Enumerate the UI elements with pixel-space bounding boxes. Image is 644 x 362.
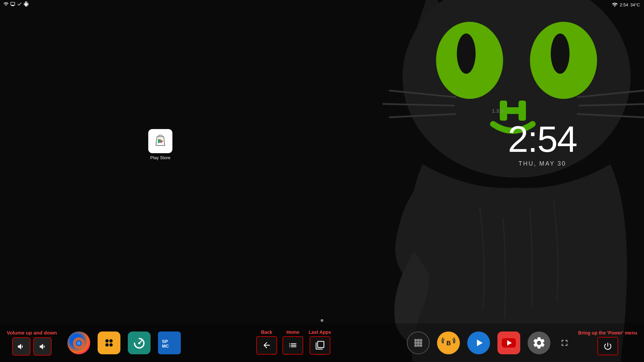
svg-point-34 [420,339,422,342]
svg-point-36 [417,342,420,344]
play-button-dock-icon[interactable] [464,328,494,358]
expand-button[interactable] [554,334,575,352]
home-icon [288,341,298,350]
svg-text:B: B [446,340,451,347]
status-temperature: 34°C [630,2,640,7]
youtube-icon [501,338,517,348]
play-store-icon-bg [148,129,172,153]
back-label: Back [261,329,272,335]
svg-point-25 [109,339,113,343]
youtube-icon-bg [497,331,520,354]
check-icon [17,1,22,7]
back-icon [262,341,271,350]
svg-text:SP: SP [162,339,168,344]
back-button[interactable] [256,336,277,355]
volume-section: Volume up and down [7,330,57,356]
svg-text:MC: MC [162,344,169,348]
signal-icon [3,1,9,7]
home-nav-group: Home [282,329,303,355]
power-button[interactable] [597,337,618,355]
svg-point-24 [105,339,109,343]
home-button[interactable] [282,336,303,355]
settings-dock-icon[interactable] [524,328,554,358]
play-triangle-icon [472,336,485,350]
gear-icon [532,336,546,350]
last-apps-icon [315,341,325,350]
grid-dots-icon [412,336,425,350]
settings-icon-bg [528,331,550,354]
spmc-dock-icon[interactable]: SP MC [154,328,184,358]
last-apps-button[interactable] [310,336,330,355]
svg-point-27 [109,343,113,347]
apps-launcher-dock-icon[interactable] [403,328,433,358]
svg-point-23 [77,341,80,345]
bobovr-dock-icon[interactable]: B [433,328,464,358]
svg-point-37 [420,342,422,344]
firefox-icon-bg [67,331,90,354]
firefox-logo [71,336,86,350]
screen-icon [10,1,15,7]
power-icon [603,342,612,351]
spmc-icon: SP MC [161,338,177,348]
firefox-dock-icon[interactable] [64,328,94,358]
play-store-label: Play Store [150,155,170,160]
svg-point-39 [417,344,420,347]
dock-center: Back Home Last Apps [184,329,403,356]
status-right-icons: 2:54 34°C [612,2,640,8]
volume-down-button[interactable] [33,337,52,356]
top-left-status-icons [3,1,29,7]
status-time: 2:54 [620,2,628,7]
volume-label: Volume up and down [7,330,57,336]
desktop: Play Store [0,0,644,362]
back-nav-group: Back [256,329,277,355]
spmc-icon-bg: SP MC [158,331,181,354]
nav-buttons-group: Back Home Last Apps [256,329,331,356]
speedtest-icon [132,336,146,350]
play-store-icon [152,133,169,149]
last-apps-nav-group: Last Apps [309,329,331,355]
volume-up-button[interactable] [12,337,31,356]
play-store-desktop-icon[interactable]: Play Store [145,129,175,160]
apps-circle-icon [407,331,430,354]
volume-buttons [12,337,52,356]
bobvr-icon: B [437,331,460,354]
bottom-dock: Volume up and down [0,323,644,362]
volume-up-icon [17,342,25,351]
dots-icon [102,336,116,350]
svg-point-26 [105,343,109,347]
svg-point-38 [414,344,417,347]
svg-point-33 [417,339,420,342]
volume-down-icon [38,342,47,351]
teal-app-icon [128,331,151,354]
android-icon [23,1,29,7]
home-label: Home [286,329,300,335]
svg-point-32 [414,339,417,342]
last-apps-label: Last Apps [309,329,331,335]
yellow-dots-dock-icon[interactable] [94,328,124,358]
yellow-app-icon [98,331,120,354]
svg-point-29 [138,342,140,344]
youtube-dock-icon[interactable] [494,328,524,358]
bobvr-logo: B [441,335,456,351]
speedtest-dock-icon[interactable] [124,328,154,358]
play-circle-icon [467,331,490,354]
svg-marker-42 [477,340,483,346]
power-label: Bring up the 'Power' menu [578,330,637,336]
power-section: Bring up the 'Power' menu [578,330,637,356]
svg-point-35 [414,342,417,344]
status-bar: 2:54 34°C [0,0,644,9]
expand-icon [559,338,570,348]
svg-point-40 [420,344,422,347]
wifi-icon [612,2,618,8]
